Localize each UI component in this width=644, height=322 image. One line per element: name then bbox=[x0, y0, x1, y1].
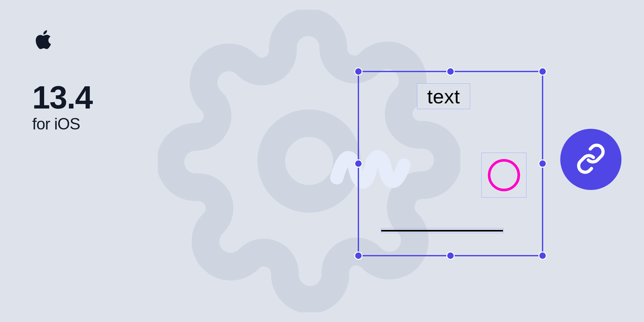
text-element-label: text bbox=[427, 85, 460, 108]
resize-handle-top-middle[interactable] bbox=[446, 67, 455, 76]
selection-frame[interactable]: text bbox=[358, 71, 543, 256]
resize-handle-bottom-middle[interactable] bbox=[446, 251, 455, 260]
resize-handle-top-left[interactable] bbox=[354, 67, 363, 76]
apple-logo-icon bbox=[34, 28, 53, 51]
version-info: 13.4 for iOS bbox=[32, 81, 92, 133]
resize-handle-bottom-left[interactable] bbox=[354, 251, 363, 260]
resize-handle-bottom-right[interactable] bbox=[538, 251, 547, 260]
link-button[interactable] bbox=[560, 129, 621, 190]
resize-handle-middle-left[interactable] bbox=[354, 159, 363, 168]
circle-shape-icon bbox=[488, 159, 520, 191]
canvas-circle-element[interactable] bbox=[481, 153, 526, 198]
resize-handle-middle-right[interactable] bbox=[538, 159, 547, 168]
version-subtitle: for iOS bbox=[32, 115, 92, 133]
canvas-line-element[interactable] bbox=[381, 228, 503, 233]
resize-handle-top-right[interactable] bbox=[538, 67, 547, 76]
link-icon bbox=[575, 143, 606, 175]
line-shape-icon bbox=[381, 230, 503, 232]
canvas-text-element[interactable]: text bbox=[417, 83, 470, 109]
version-number: 13.4 bbox=[32, 81, 92, 113]
